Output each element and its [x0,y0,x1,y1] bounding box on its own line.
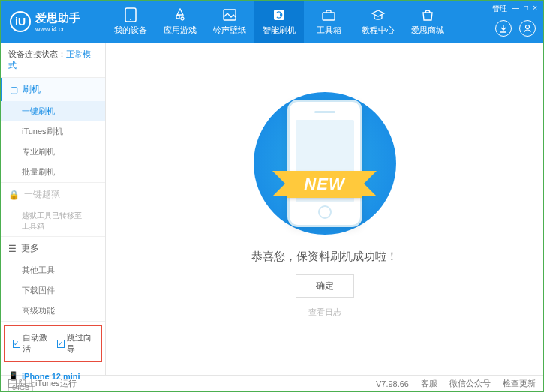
download-button[interactable] [495,20,512,37]
success-message: 恭喜您，保资料刷机成功啦！ [251,250,398,264]
wechat-link[interactable]: 微信公众号 [449,378,491,389]
wallpaper-icon [222,7,237,22]
sidebar-item-batch[interactable]: 批量刷机 [1,162,105,182]
nav-toolbox[interactable]: 工具箱 [304,1,353,43]
svg-point-5 [526,25,530,29]
update-link[interactable]: 检查更新 [503,378,536,389]
store-icon [420,7,435,22]
service-link[interactable]: 客服 [421,378,437,389]
sidebar-more-header[interactable]: ☰更多 [1,237,105,260]
view-log-link[interactable]: 查看日志 [308,307,341,318]
window-controls: 管理 — □ × [492,4,537,14]
lock-icon: 🔒 [8,190,20,200]
ok-button[interactable]: 确定 [296,274,354,298]
connection-status: 设备连接状态：正常模式 [1,43,105,78]
skip-setup-checkbox[interactable]: ✓跳过向导 [57,332,94,355]
sidebar-item-itunes[interactable]: iTunes刷机 [1,121,105,142]
header: iU 爱思助手 www.i4.cn 我的设备 应用游戏 铃声壁纸 智能刷机 工具… [1,1,543,43]
sidebar-jailbreak-header[interactable]: 🔒一键越狱 [1,183,105,206]
user-button[interactable] [519,20,536,37]
phone-illustration [287,100,362,227]
close-button[interactable]: × [533,4,537,14]
logo[interactable]: iU 爱思助手 www.i4.cn [1,11,106,33]
main-content: NEW 恭喜您，保资料刷机成功啦！ 确定 查看日志 [106,43,543,375]
flash-icon [272,7,287,22]
sidebar-item-other[interactable]: 其他工具 [1,260,105,280]
app-url: www.i4.cn [35,25,80,33]
manage-button[interactable]: 管理 [492,4,507,14]
minimize-button[interactable]: — [512,4,519,14]
nav-ringtones[interactable]: 铃声壁纸 [205,1,254,43]
nav-store[interactable]: 爱思商城 [403,1,452,43]
sidebar-item-firmware[interactable]: 下载固件 [1,280,105,301]
svg-rect-4 [323,13,335,20]
nav-flash[interactable]: 智能刷机 [254,1,304,43]
nav-apps[interactable]: 应用游戏 [155,1,205,43]
sidebar-item-pro[interactable]: 专业刷机 [1,142,105,162]
svg-rect-3 [274,10,284,20]
version-label: V7.98.66 [376,379,409,388]
svg-point-1 [130,19,131,20]
device-icon [123,7,138,22]
checkbox-group: ✓自动激活 ✓跳过向导 [4,325,102,362]
sidebar: 设备连接状态：正常模式 ▢刷机 一键刷机 iTunes刷机 专业刷机 批量刷机 … [1,43,106,375]
new-ribbon: NEW [287,171,361,198]
maximize-button[interactable]: □ [524,4,528,14]
flash-small-icon: ▢ [10,85,18,95]
logo-icon: iU [10,11,31,32]
sidebar-item-advanced[interactable]: 高级功能 [1,301,105,321]
sidebar-item-oneclick[interactable]: 一键刷机 [1,101,105,121]
toolbox-icon [321,7,336,22]
tutorial-icon [371,7,386,22]
app-title: 爱思助手 [35,11,80,25]
nav: 我的设备 应用游戏 铃声壁纸 智能刷机 工具箱 教程中心 爱思商城 [106,1,543,43]
apps-icon [173,7,188,22]
nav-my-device[interactable]: 我的设备 [106,1,155,43]
nav-tutorial[interactable]: 教程中心 [353,1,403,43]
sidebar-flash-header[interactable]: ▢刷机 [1,78,105,101]
block-itunes-checkbox[interactable]: ✓阻止iTunes运行 [8,378,77,389]
list-icon: ☰ [8,244,17,254]
jailbreak-note: 越狱工具已转移至 工具箱 [1,206,105,236]
auto-activate-checkbox[interactable]: ✓自动激活 [13,332,50,355]
